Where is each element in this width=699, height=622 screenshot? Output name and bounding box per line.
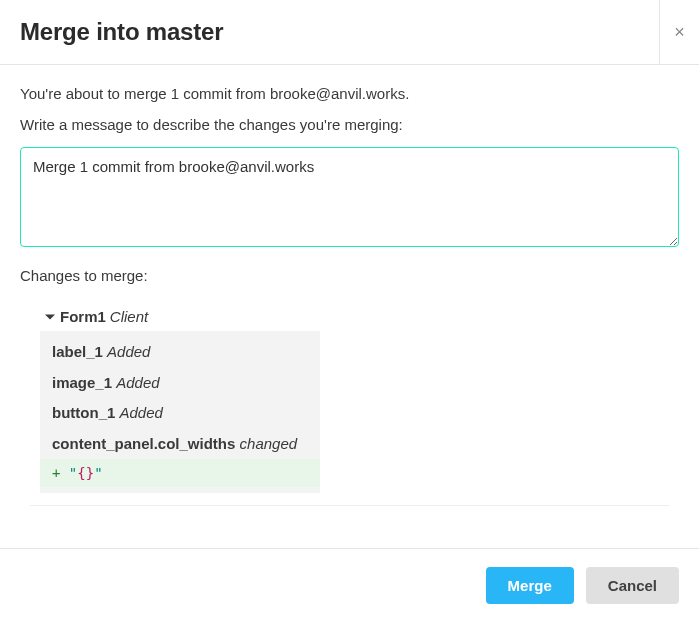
diff-line-added: + "{}" bbox=[40, 459, 320, 487]
change-item-name: image_1 bbox=[52, 374, 112, 391]
form-name: Form1 bbox=[60, 308, 106, 325]
dialog-footer: Merge Cancel bbox=[0, 548, 699, 622]
change-item-status: Added bbox=[116, 374, 159, 391]
changes-section: Form1 Client label_1 Added image_1 Added… bbox=[30, 302, 669, 506]
change-item-status: Added bbox=[120, 404, 163, 421]
merge-message-input[interactable]: Merge 1 commit from brooke@anvil.works bbox=[20, 147, 679, 247]
merge-button[interactable]: Merge bbox=[486, 567, 574, 604]
list-item: image_1 Added bbox=[40, 368, 320, 399]
diff-plus-icon: + bbox=[52, 465, 69, 481]
dialog-header: Merge into master × bbox=[0, 0, 699, 65]
change-list: label_1 Added image_1 Added button_1 Add… bbox=[40, 331, 320, 493]
list-item: label_1 Added bbox=[40, 337, 320, 368]
message-prompt: Write a message to describe the changes … bbox=[20, 116, 679, 133]
close-icon: × bbox=[674, 22, 685, 43]
list-item: button_1 Added bbox=[40, 398, 320, 429]
form-type: Client bbox=[110, 308, 148, 325]
close-button[interactable]: × bbox=[659, 0, 699, 64]
list-item: content_panel.col_widths changed bbox=[40, 429, 320, 460]
change-item-name: content_panel.col_widths bbox=[52, 435, 235, 452]
form-toggle[interactable]: Form1 Client bbox=[40, 302, 659, 331]
change-item-name: label_1 bbox=[52, 343, 103, 360]
changes-label: Changes to merge: bbox=[20, 267, 679, 284]
cancel-button[interactable]: Cancel bbox=[586, 567, 679, 604]
intro-text: You're about to merge 1 commit from broo… bbox=[20, 85, 679, 102]
change-item-name: button_1 bbox=[52, 404, 115, 421]
change-item-status: Added bbox=[107, 343, 150, 360]
chevron-down-icon bbox=[44, 311, 56, 323]
change-item-status: changed bbox=[240, 435, 298, 452]
dialog-body: You're about to merge 1 commit from broo… bbox=[0, 65, 699, 506]
dialog-title: Merge into master bbox=[20, 18, 223, 46]
